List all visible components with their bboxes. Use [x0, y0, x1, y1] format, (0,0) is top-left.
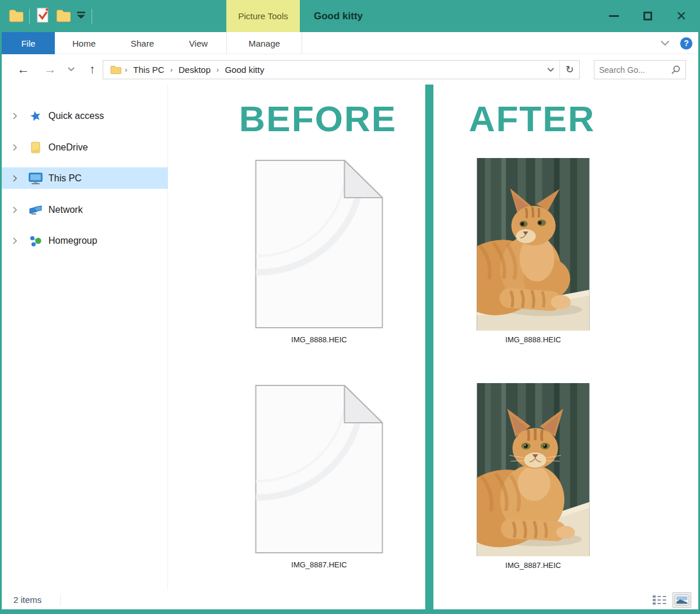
blank-heic-file-icon	[254, 158, 385, 330]
this-pc-monitor-icon	[29, 172, 43, 185]
items-count: 2 items	[13, 590, 41, 609]
minimize-button[interactable]	[597, 0, 631, 32]
before-after-divider	[425, 85, 433, 609]
toolbar-separator	[92, 9, 92, 24]
sidebar-item-onedrive[interactable]: OneDrive	[2, 136, 168, 158]
title-bar: Picture Tools Good kitty ✕	[0, 0, 700, 32]
address-bar[interactable]: › This PC › Desktop › Good kitty ↻	[103, 60, 580, 79]
picture-tools-contextual-tab[interactable]: Picture Tools	[226, 0, 300, 32]
close-icon: ✕	[676, 10, 687, 23]
properties-checklist-icon[interactable]	[36, 7, 50, 26]
sidebar-item-label: Network	[48, 205, 83, 215]
folder-icon	[110, 65, 121, 75]
onedrive-folder-icon	[29, 141, 43, 154]
breadcrumb-good-kitty[interactable]: Good kitty	[222, 65, 267, 75]
recent-locations-chevron[interactable]	[64, 54, 79, 85]
thumbnails-view-button[interactable]	[673, 592, 691, 608]
sidebar-item-label: This PC	[48, 173, 82, 184]
file-name-label: IMG_8887.HEIC	[291, 560, 346, 569]
breadcrumb-separator: ›	[213, 65, 222, 74]
minimize-icon	[609, 15, 619, 17]
window-title: Good kitty	[314, 0, 363, 32]
maximize-button[interactable]	[631, 0, 664, 32]
close-button[interactable]: ✕	[664, 0, 698, 32]
sidebar-item-network[interactable]: Network	[2, 199, 168, 220]
cat-photo-thumbnail	[477, 383, 590, 556]
cat-photo-thumbnail	[477, 158, 590, 331]
help-icon[interactable]: ?	[680, 37, 692, 50]
expander-chevron-icon[interactable]	[12, 174, 20, 183]
sidebar-item-label: OneDrive	[48, 142, 88, 153]
tab-view[interactable]: View	[172, 32, 225, 54]
homegroup-icon	[29, 234, 43, 247]
breadcrumb-this-pc[interactable]: This PC	[131, 65, 166, 75]
tab-manage[interactable]: Manage	[226, 32, 302, 54]
folder-icon[interactable]	[8, 7, 23, 26]
maximize-icon	[643, 12, 652, 20]
breadcrumb-separator: ›	[167, 65, 176, 74]
search-icon[interactable]	[671, 65, 681, 75]
search-box[interactable]	[594, 60, 686, 79]
sidebar-item-homegroup[interactable]: Homegroup	[2, 230, 168, 251]
file-name-label: IMG_8888.HEIC	[291, 335, 346, 344]
blank-heic-file-icon	[254, 383, 385, 555]
window-border	[0, 609, 700, 614]
file-item[interactable]: IMG_8888.HEIC	[477, 158, 590, 344]
navigation-pane: Quick access OneDrive This PC	[2, 85, 168, 590]
after-heading: AFTER	[469, 98, 596, 139]
expander-chevron-icon[interactable]	[12, 206, 20, 214]
search-input[interactable]	[599, 65, 671, 75]
sidebar-item-label: Homegroup	[48, 236, 97, 246]
file-item[interactable]: IMG_8888.HEIC	[254, 158, 385, 344]
tab-home[interactable]: Home	[55, 32, 113, 54]
sidebar-item-quick-access[interactable]: Quick access	[2, 105, 168, 127]
expander-chevron-icon[interactable]	[12, 237, 20, 245]
forward-button[interactable]: →	[39, 54, 61, 85]
file-name-label: IMG_8887.HEIC	[505, 561, 561, 570]
file-item[interactable]: IMG_8887.HEIC	[254, 383, 385, 569]
expander-chevron-icon[interactable]	[12, 112, 20, 120]
file-name-label: IMG_8888.HEIC	[505, 335, 561, 344]
address-history-chevron[interactable]	[542, 61, 559, 79]
sidebar-item-this-pc[interactable]: This PC	[2, 167, 168, 189]
quick-access-star-icon	[29, 110, 43, 122]
breadcrumb-separator: ›	[121, 65, 131, 74]
folder-icon[interactable]	[55, 7, 71, 26]
status-separator	[60, 594, 61, 606]
toolbar-separator	[29, 9, 30, 24]
window-border	[0, 32, 2, 614]
file-explorer-window: Picture Tools Good kitty ✕ File Home Sha…	[0, 0, 700, 614]
refresh-button[interactable]: ↻	[559, 61, 579, 79]
tab-file[interactable]: File	[2, 32, 55, 54]
file-item[interactable]: IMG_8887.HEIC	[477, 383, 590, 570]
details-view-button[interactable]	[650, 593, 668, 607]
expand-ribbon-chevron-icon[interactable]	[660, 38, 670, 48]
before-heading: BEFORE	[239, 98, 397, 139]
network-icon	[29, 204, 43, 216]
address-bar-row: ← → ↑ › This PC › Desktop › Good kitty ↻	[2, 54, 698, 85]
tab-share[interactable]: Share	[113, 32, 172, 54]
sidebar-item-label: Quick access	[48, 111, 104, 121]
back-button[interactable]: ←	[12, 54, 34, 85]
up-button[interactable]: ↑	[81, 54, 103, 85]
quick-access-toolbar	[8, 0, 92, 32]
customize-toolbar-chevron-icon[interactable]	[76, 11, 86, 22]
status-bar: 2 items	[2, 590, 698, 609]
expander-chevron-icon[interactable]	[12, 143, 20, 152]
breadcrumb-desktop[interactable]: Desktop	[176, 65, 213, 75]
ribbon-tab-row: File Home Share View Manage ?	[2, 32, 698, 54]
